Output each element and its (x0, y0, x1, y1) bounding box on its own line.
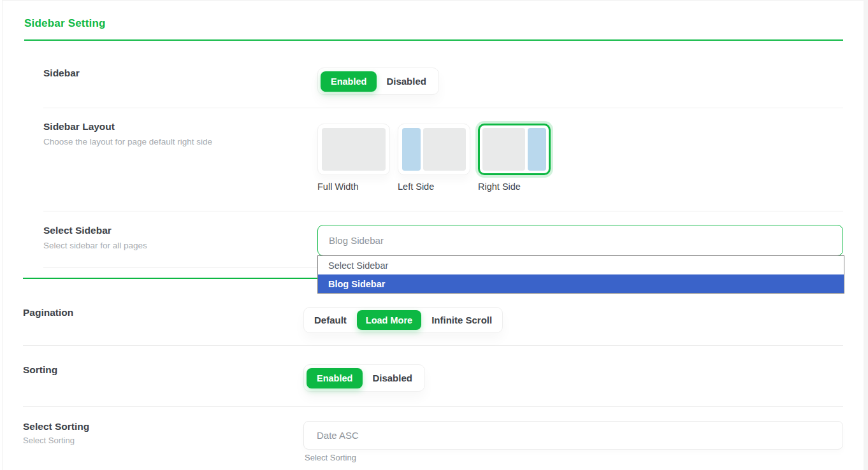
select-sorting-label: Select Sorting (23, 421, 303, 432)
select-sorting-value: Date ASC (317, 430, 359, 441)
layout-option-left-side[interactable]: Left Side (398, 124, 470, 192)
list-settings-form: Pagination Default Load More Infinite Sc… (23, 279, 843, 462)
sorting-row: Sorting Enabled Disabled (23, 346, 843, 406)
pagination-label: Pagination (23, 307, 303, 318)
layout-caption: Right Side (478, 182, 551, 192)
sorting-label: Sorting (23, 364, 303, 376)
layout-option-right-side[interactable]: Right Side (478, 124, 551, 192)
sidebar-disabled-button[interactable]: Disabled (377, 71, 436, 92)
sidebar-layout-row: Sidebar Layout Choose the layout for pag… (43, 108, 843, 211)
sidebar-enabled-button[interactable]: Enabled (321, 71, 377, 92)
select-sidebar-select[interactable]: Blog Sidebar (317, 225, 843, 256)
sidebar-label: Sidebar (43, 68, 317, 79)
sidebar-settings-form: Sidebar Enabled Disabled Sidebar Layout … (23, 41, 843, 268)
sidebar-strip-shape (402, 128, 421, 171)
pagination-infinite-scroll-button[interactable]: Infinite Scroll (424, 315, 499, 325)
sorting-enabled-button[interactable]: Enabled (307, 368, 363, 388)
scrollbar-track[interactable] (864, 0, 868, 470)
sorting-disabled-button[interactable]: Disabled (363, 367, 422, 388)
select-sorting-helper-text: Select Sorting (305, 453, 843, 462)
right-side-thumbnail (478, 124, 551, 175)
sidebar-strip-shape (528, 128, 546, 171)
pagination-button-group: Default Load More Infinite Scroll (303, 307, 503, 333)
layout-option-full-width[interactable]: Full Width (317, 124, 390, 192)
layout-options: Full Width Left Side (317, 124, 843, 192)
select-sorting-select[interactable]: Date ASC (303, 421, 843, 450)
left-side-thumbnail (398, 124, 470, 175)
full-width-thumbnail (317, 124, 390, 175)
select-sidebar-description: Select sidebar for all pages (43, 241, 317, 250)
layout-caption: Full Width (317, 182, 390, 192)
pagination-default-button[interactable]: Default (307, 315, 354, 325)
sidebar-row: Sidebar Enabled Disabled (43, 41, 843, 108)
select-sidebar-wrap: Blog Sidebar Select Sidebar Blog Sidebar (317, 225, 843, 256)
select-sidebar-label: Select Sidebar (43, 225, 317, 236)
dropdown-option-select-sidebar[interactable]: Select Sidebar (318, 256, 844, 274)
sidebar-toggle-group: Enabled Disabled (317, 68, 439, 95)
select-sidebar-value: Blog Sidebar (329, 235, 384, 246)
select-sidebar-dropdown: Select Sidebar Blog Sidebar (317, 255, 844, 294)
sorting-toggle-group: Enabled Disabled (303, 364, 425, 392)
content-area-shape (322, 128, 386, 171)
layout-caption: Left Side (398, 182, 470, 192)
dropdown-option-blog-sidebar[interactable]: Blog Sidebar (318, 274, 844, 293)
content-area-shape (482, 128, 525, 171)
page-title: Sidebar Setting (24, 17, 843, 30)
sidebar-setting-card: Sidebar Setting Sidebar Enabled Disabled… (2, 0, 864, 470)
select-sorting-description: Select Sorting (23, 436, 303, 445)
pagination-load-more-button[interactable]: Load More (357, 310, 421, 330)
content-area-shape (423, 128, 466, 171)
select-sorting-row: Select Sorting Select Sorting Date ASC S… (23, 407, 843, 462)
sidebar-layout-description: Choose the layout for page default right… (43, 137, 317, 146)
select-sidebar-row: Select Sidebar Select sidebar for all pa… (43, 211, 843, 267)
sidebar-layout-label: Sidebar Layout (43, 121, 317, 132)
